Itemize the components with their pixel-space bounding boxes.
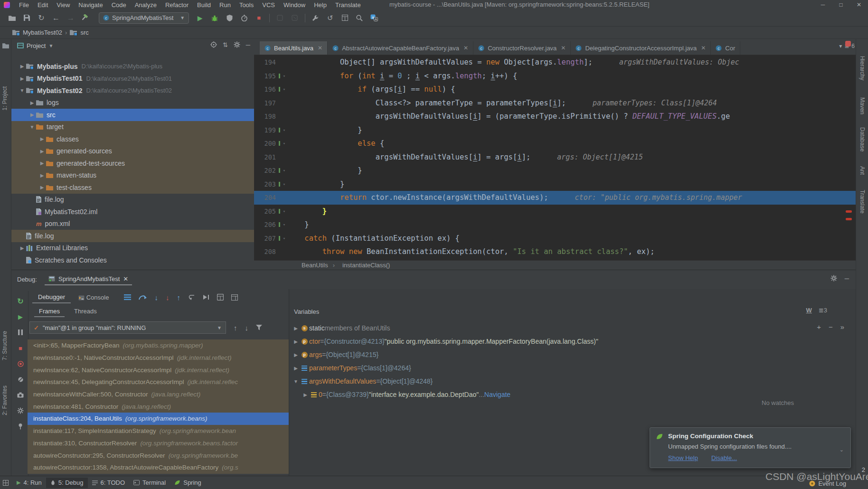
forward-icon[interactable]: → bbox=[65, 12, 77, 24]
menu-file[interactable]: File bbox=[15, 1, 33, 9]
code-line[interactable]: 205▾ } bbox=[254, 205, 856, 218]
frame-row[interactable]: newInstance:62, NativeConstructorAccesso… bbox=[28, 364, 289, 376]
code-line[interactable]: 203▾ } bbox=[254, 178, 856, 191]
tree-row[interactable]: ▶MybatisTest01D:\kaifa\course2\MybatisTe… bbox=[11, 73, 254, 85]
editor-tab[interactable]: cDelegatingConstructorAccessorImpl.java✕ bbox=[571, 41, 711, 55]
chevron-down-icon[interactable]: ▼ bbox=[28, 124, 36, 130]
menu-vcs[interactable]: VCS bbox=[258, 1, 279, 9]
stop-icon[interactable]: ■ bbox=[13, 342, 28, 354]
down-icon[interactable]: ↓ bbox=[245, 324, 249, 331]
maximize-button[interactable]: □ bbox=[832, 0, 850, 9]
breadcrumb-item[interactable]: MybatisTest02 bbox=[12, 29, 62, 36]
breadcrumb-item[interactable]: src bbox=[70, 29, 88, 36]
chevron-right-icon[interactable]: ▶ bbox=[292, 339, 300, 344]
menu-analyze[interactable]: Analyze bbox=[131, 1, 161, 9]
project-panel-title[interactable]: Project bbox=[27, 42, 46, 49]
run-config-selector[interactable]: cSpringAndMybatisTest▼ bbox=[99, 12, 189, 24]
hamburger-icon[interactable] bbox=[124, 294, 131, 300]
status-grid-icon[interactable] bbox=[3, 480, 9, 486]
chevron-down-icon[interactable]: ▾ bbox=[839, 43, 842, 49]
status-item-4-run[interactable]: ▶4: Run bbox=[12, 478, 46, 488]
chevron-right-icon[interactable]: ▶ bbox=[292, 352, 300, 357]
tree-row[interactable]: ▶maven-status bbox=[11, 169, 254, 182]
thread-dropdown[interactable]: ✓ "main"@1 in group "main": RUNNING ▼ bbox=[29, 321, 226, 334]
code-line[interactable]: 198 argsWithDefaultValues[i] = (paramete… bbox=[254, 110, 856, 123]
step-into-icon[interactable]: ↓ bbox=[154, 294, 158, 301]
chevron-down-icon[interactable]: ▼ bbox=[18, 88, 26, 93]
stop-icon[interactable]: ■ bbox=[253, 12, 265, 24]
menu-tools[interactable]: Tools bbox=[235, 1, 258, 9]
debug-tab-debugger[interactable]: Debugger bbox=[32, 292, 71, 303]
tree-row[interactable]: ▶classes bbox=[11, 133, 254, 145]
variable-row[interactable]: ▶0 = {Class@3739} "interface key.example… bbox=[289, 388, 751, 401]
tool-button-translate[interactable]: Translate bbox=[859, 190, 866, 214]
menu-translate[interactable]: Translate bbox=[331, 1, 365, 9]
chevron-right-icon[interactable]: ▶ bbox=[28, 100, 36, 105]
tool-button-7-structure[interactable]: 7: Structure bbox=[1, 331, 8, 360]
tree-row[interactable]: file.log bbox=[11, 194, 254, 206]
code-line[interactable]: 197 Class<?> parameterType = parameterTy… bbox=[254, 96, 856, 110]
rerun-icon[interactable]: ↻ bbox=[13, 295, 28, 307]
editor-tab[interactable]: cAbstractAutowireCapableBeanFactory.java… bbox=[328, 41, 473, 55]
chevron-right-icon[interactable]: ▶ bbox=[38, 136, 46, 141]
chevron-right-icon[interactable]: ▶ bbox=[38, 149, 46, 154]
frames-tab-threads[interactable]: Threads bbox=[69, 306, 102, 317]
pin-icon[interactable] bbox=[13, 420, 28, 433]
menu-help[interactable]: Help bbox=[310, 1, 331, 9]
tool-button-hierarchy[interactable]: Hierarchy bbox=[859, 56, 866, 80]
remove-watch-icon[interactable]: − bbox=[829, 323, 833, 330]
code-line[interactable]: 208 throw new BeanInstantiationException… bbox=[254, 245, 856, 259]
hide-icon[interactable]: ─ bbox=[246, 42, 250, 48]
debug-tab-console[interactable]: Console bbox=[73, 292, 114, 303]
locate-icon[interactable] bbox=[210, 41, 217, 48]
force-step-into-icon[interactable]: ↓ bbox=[166, 294, 170, 301]
search-icon[interactable] bbox=[353, 12, 366, 24]
tree-row[interactable]: ▶logs bbox=[11, 97, 254, 109]
settings-icon[interactable] bbox=[830, 275, 837, 282]
chevron-right-icon[interactable]: ▶ bbox=[38, 173, 46, 178]
thread-dump-icon[interactable] bbox=[13, 389, 28, 401]
up-icon[interactable]: ↑ bbox=[234, 324, 237, 331]
mute-breakpoints-icon[interactable] bbox=[13, 373, 28, 386]
chevron-right-icon[interactable]: ▶ bbox=[18, 76, 26, 81]
minimize-button[interactable]: ─ bbox=[814, 0, 832, 9]
chevron-right-icon[interactable]: ▶ bbox=[18, 245, 26, 251]
tree-row[interactable]: ▶generated-test-sources bbox=[11, 157, 254, 169]
code-line[interactable]: 202▾ } bbox=[254, 164, 856, 178]
tool-button-2-favorites[interactable]: 2: Favorites bbox=[1, 386, 8, 415]
watch-icon[interactable]: W bbox=[806, 307, 812, 313]
tool-button-1-project[interactable]: 1: Project bbox=[1, 86, 8, 111]
tree-row[interactable]: ▼target bbox=[11, 121, 254, 133]
chevron-down-icon[interactable]: ⌄ bbox=[840, 447, 844, 453]
step-out-icon[interactable]: ↑ bbox=[177, 294, 180, 301]
breadcrumb-item[interactable]: BeanUtils bbox=[302, 262, 328, 269]
breadcrumb-item[interactable]: instantiateClass() bbox=[342, 262, 390, 269]
code-line[interactable]: 206▾ } bbox=[254, 218, 856, 232]
frame-row[interactable]: instantiateClass:204, BeanUtils(org.spri… bbox=[28, 413, 289, 425]
menu-code[interactable]: Code bbox=[107, 1, 131, 9]
view-breakpoints-icon[interactable] bbox=[13, 357, 28, 370]
variable-row[interactable]: ▶pctor = {Constructor@4213} "public org.… bbox=[289, 335, 751, 348]
code-line[interactable]: 195▾ for (int i = 0 ; i < args.length; i… bbox=[254, 69, 856, 83]
menu-build[interactable]: Build bbox=[193, 1, 215, 9]
menu-edit[interactable]: Edit bbox=[33, 1, 52, 9]
notification-link-disable-[interactable]: Disable... bbox=[711, 454, 737, 461]
chevron-right-icon[interactable]: ▶ bbox=[302, 392, 309, 397]
status-item-spring[interactable]: Spring bbox=[170, 478, 206, 488]
hide-icon[interactable]: ─ bbox=[845, 275, 849, 282]
tree-row[interactable]: ▶test-classes bbox=[11, 181, 254, 194]
layout-list-icon[interactable]: ≣3 bbox=[819, 307, 827, 313]
chevrons-icon[interactable]: » bbox=[840, 323, 844, 330]
add-watch-icon[interactable]: + bbox=[817, 323, 821, 330]
close-icon[interactable]: ✕ bbox=[701, 45, 706, 51]
variable-row[interactable]: ▶pargs = {Object[1]@4215} bbox=[289, 348, 751, 361]
code-line[interactable]: 194 Object[] argsWithDefaultValues = new… bbox=[254, 56, 856, 69]
frame-row[interactable]: newInstanceWithCaller:500, Constructor(j… bbox=[28, 388, 289, 401]
tree-row[interactable]: Scratches and Consoles bbox=[11, 254, 254, 266]
filter-icon[interactable] bbox=[256, 325, 262, 330]
tool-button-database[interactable]: Database bbox=[859, 127, 866, 151]
build-hammer-icon[interactable] bbox=[79, 12, 92, 24]
tree-row[interactable]: ▶src bbox=[11, 109, 254, 121]
code-line[interactable]: 199▾ } bbox=[254, 123, 856, 137]
back-icon[interactable]: ← bbox=[50, 12, 62, 24]
